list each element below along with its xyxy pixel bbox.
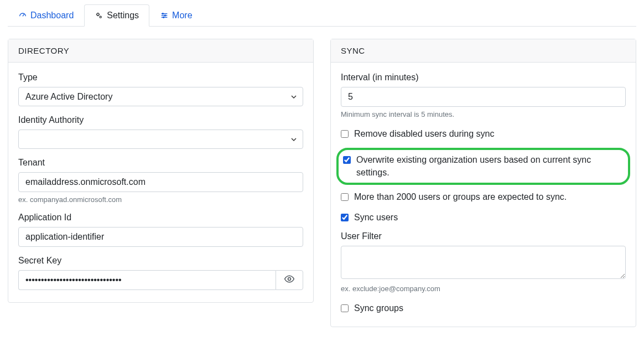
tenant-help: ex. companyad.onmicrosoft.com xyxy=(18,195,303,204)
overwrite-checkbox[interactable] xyxy=(343,156,351,164)
sync-users-checkbox[interactable] xyxy=(341,214,349,221)
user-filter-help: ex. exclude:joe@company.com xyxy=(341,285,626,293)
tab-more[interactable]: More xyxy=(149,4,202,27)
sliders-icon xyxy=(160,11,169,20)
svg-point-1 xyxy=(100,16,101,18)
sync-groups-checkbox[interactable] xyxy=(341,304,349,312)
sync-groups-label: Sync groups xyxy=(354,302,403,314)
directory-panel: DIRECTORY Type Azure Active Directory Id… xyxy=(8,39,314,303)
gears-icon xyxy=(95,11,103,20)
tab-settings[interactable]: Settings xyxy=(84,4,149,27)
sync-users-label: Sync users xyxy=(354,211,398,224)
identity-authority-select[interactable] xyxy=(18,130,303,149)
sync-panel: SYNC Interval (in minutes) Minimum sync … xyxy=(330,39,636,327)
svg-point-7 xyxy=(163,17,164,18)
svg-point-5 xyxy=(162,13,163,14)
tab-dashboard[interactable]: Dashboard xyxy=(8,4,84,27)
svg-point-8 xyxy=(288,278,291,281)
tab-more-label: More xyxy=(172,11,192,20)
tab-dashboard-label: Dashboard xyxy=(30,11,74,20)
reveal-secret-button[interactable] xyxy=(276,270,303,290)
user-filter-textarea[interactable] xyxy=(341,246,626,279)
remove-disabled-label: Remove disabled users during sync xyxy=(354,127,494,140)
interval-input[interactable] xyxy=(341,87,626,107)
interval-help: Minimum sync interval is 5 minutes. xyxy=(341,110,626,118)
secret-key-label: Secret Key xyxy=(18,256,303,266)
more-than-2000-label: More than 2000 users or groups are expec… xyxy=(354,190,567,203)
overwrite-label: Overwrite existing organization users ba… xyxy=(356,153,624,179)
tab-settings-label: Settings xyxy=(107,11,139,20)
eye-icon xyxy=(284,273,295,287)
remove-disabled-checkbox[interactable] xyxy=(341,130,349,138)
directory-panel-header: DIRECTORY xyxy=(8,39,313,63)
app-id-input[interactable] xyxy=(18,227,303,247)
gauge-icon xyxy=(18,11,27,20)
more-than-2000-checkbox[interactable] xyxy=(341,193,349,201)
panels-container: DIRECTORY Type Azure Active Directory Id… xyxy=(8,39,636,327)
overwrite-highlight: Overwrite existing organization users ba… xyxy=(336,148,630,184)
user-filter-label: User Filter xyxy=(341,231,626,241)
type-select[interactable]: Azure Active Directory xyxy=(18,87,303,106)
svg-point-6 xyxy=(164,15,165,16)
sync-panel-header: SYNC xyxy=(331,39,636,63)
type-label: Type xyxy=(18,73,303,82)
secret-key-input[interactable] xyxy=(18,270,276,290)
tenant-input[interactable] xyxy=(18,172,303,192)
identity-authority-label: Identity Authority xyxy=(18,115,303,125)
tenant-label: Tenant xyxy=(18,158,303,168)
app-id-label: Application Id xyxy=(18,213,303,223)
tab-bar: Dashboard Settings More xyxy=(8,4,636,27)
interval-label: Interval (in minutes) xyxy=(341,73,626,82)
